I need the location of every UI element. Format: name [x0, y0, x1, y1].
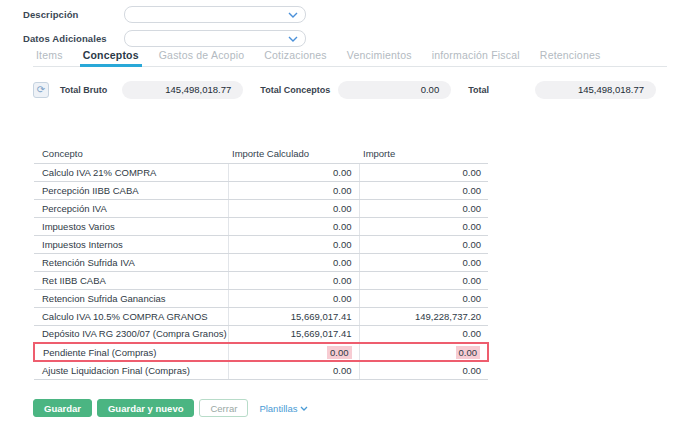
total-label: Total: [468, 85, 489, 95]
datos-adicionales-select[interactable]: [124, 30, 306, 47]
table-row: Retencion Sufrida Ganancias0.000.00: [34, 289, 488, 307]
concepto-value: Ajuste Liquidacion Final (Compras): [42, 365, 190, 376]
importe-calculado-cell[interactable]: 0.00: [228, 271, 359, 289]
concepto-value: Retención Sufrida IVA: [42, 257, 135, 268]
importe-calculado-cell[interactable]: 15,669,017.41: [228, 307, 359, 325]
importe-value: 0.00: [463, 221, 482, 232]
table-row: Calculo IVA 10.5% COMPRA GRANOS15,669,01…: [34, 307, 488, 325]
importe-cell[interactable]: 0.00: [359, 361, 488, 379]
concepto-value: Impuestos Varios: [42, 221, 115, 232]
concepto-value: Calculo IVA 21% COMPRA: [42, 167, 156, 178]
importe-cell[interactable]: 0.00: [359, 253, 488, 271]
importe-calculado-column-header: Importe Calculado: [228, 147, 359, 163]
importe-calculado-cell[interactable]: 0.00: [228, 361, 359, 379]
concepto-cell: Calculo IVA 21% COMPRA: [34, 163, 228, 181]
importe-cell[interactable]: 0.00: [359, 343, 488, 361]
importe-calculado-cell[interactable]: 0.00: [228, 199, 359, 217]
importe-calculado-value: 0.00: [333, 257, 352, 268]
importe-cell[interactable]: 149,228,737.20: [359, 307, 488, 325]
importe-cell[interactable]: 0.00: [359, 271, 488, 289]
importe-value: 0.00: [463, 328, 482, 339]
importe-calculado-cell[interactable]: 0.00: [228, 343, 359, 361]
descripcion-select[interactable]: [124, 6, 306, 23]
table-row: Ajuste Liquidacion Final (Compras)0.000.…: [34, 361, 488, 379]
concepto-cell: Calculo IVA 10.5% COMPRA GRANOS: [34, 307, 228, 325]
importe-value: 0.00: [463, 365, 482, 376]
concepto-value: Retencion Sufrida Ganancias: [42, 293, 166, 304]
importe-calculado-value: 0.00: [333, 203, 352, 214]
concepto-value: Ret IIBB CABA: [42, 275, 106, 286]
tab-vencimientos[interactable]: Vencimientos: [344, 48, 415, 66]
concepto-cell: Impuestos Varios: [34, 217, 228, 235]
importe-calculado-cell[interactable]: 0.00: [228, 181, 359, 199]
form-row-descripcion: Descripción: [23, 6, 306, 23]
guardar-y-nuevo-button[interactable]: Guardar y nuevo: [97, 399, 195, 417]
importe-cell[interactable]: 0.00: [359, 289, 488, 307]
importe-calculado-value: 0.00: [327, 346, 352, 359]
importe-calculado-value: 0.00: [333, 167, 352, 178]
concepto-value: Percepción IVA: [42, 203, 107, 214]
tab-cotizaciones[interactable]: Cotizaciones: [261, 48, 330, 66]
concepto-value: Depósito IVA RG 2300/07 (Compra Granos): [42, 328, 227, 339]
total-value: 145,498,018.77: [535, 81, 656, 99]
guardar-button[interactable]: Guardar: [33, 399, 92, 417]
importe-cell[interactable]: 0.00: [359, 235, 488, 253]
importe-value: 0.00: [463, 275, 482, 286]
importe-cell[interactable]: 0.00: [359, 217, 488, 235]
concepto-cell: Pendiente Final (Compras): [34, 343, 228, 361]
chevron-down-icon: [300, 406, 308, 411]
tab-información-fiscal[interactable]: información Fiscal: [429, 48, 523, 66]
table-row: Pendiente Final (Compras)0.000.00: [34, 343, 488, 361]
tab-items[interactable]: Items: [33, 48, 66, 66]
tab-conceptos[interactable]: Conceptos: [80, 48, 142, 67]
importe-value: 0.00: [463, 167, 482, 178]
importe-value: 0.00: [463, 257, 482, 268]
table-row: Depósito IVA RG 2300/07 (Compra Granos)1…: [34, 325, 488, 343]
descripcion-label: Descripción: [23, 9, 124, 20]
importe-calculado-value: 0.00: [333, 365, 352, 376]
concepto-value: Percepción IIBB CABA: [42, 185, 139, 196]
chevron-down-icon: [288, 12, 298, 18]
tab-gastos-de-acopio[interactable]: Gastos de Acopio: [156, 48, 248, 66]
total-bruto-value: 145,498,018.77: [122, 81, 243, 99]
importe-calculado-cell[interactable]: 0.00: [228, 217, 359, 235]
table-row: Percepción IIBB CABA0.000.00: [34, 181, 488, 199]
importe-calculado-cell[interactable]: 0.00: [228, 235, 359, 253]
importe-calculado-value: 0.00: [333, 293, 352, 304]
importe-calculado-cell[interactable]: 0.00: [228, 289, 359, 307]
datos-adicionales-label: Datos Adicionales: [23, 33, 124, 44]
importe-cell[interactable]: 0.00: [359, 325, 488, 343]
total-bruto-label: Total Bruto: [60, 85, 107, 95]
importe-cell[interactable]: 0.00: [359, 199, 488, 217]
table-row: Calculo IVA 21% COMPRA0.000.00: [34, 163, 488, 181]
concepto-cell: Retencion Sufrida Ganancias: [34, 289, 228, 307]
cerrar-button[interactable]: Cerrar: [199, 399, 248, 417]
importe-calculado-cell[interactable]: 15,669,017.41: [228, 325, 359, 343]
chevron-down-icon: [288, 36, 298, 42]
importe-column-header: Importe: [359, 147, 488, 163]
table-row: Ret IIBB CABA0.000.00: [34, 271, 488, 289]
concepto-cell: Depósito IVA RG 2300/07 (Compra Granos): [34, 325, 228, 343]
table-row: Impuestos Internos0.000.00: [34, 235, 488, 253]
importe-calculado-cell[interactable]: 0.00: [228, 163, 359, 181]
concepto-cell: Impuestos Internos: [34, 235, 228, 253]
table-header-row: Concepto Importe Calculado Importe: [34, 147, 488, 163]
concepts-table-body: Calculo IVA 21% COMPRA0.000.00Percepción…: [34, 163, 488, 379]
importe-calculado-cell[interactable]: 0.00: [228, 253, 359, 271]
importe-value: 149,228,737.20: [415, 311, 481, 322]
importe-value: 0.00: [456, 346, 481, 359]
table-row: Percepción IVA0.000.00: [34, 199, 488, 217]
tab-bar: ItemsConceptosGastos de AcopioCotizacion…: [33, 48, 667, 67]
importe-value: 0.00: [463, 185, 482, 196]
importe-cell[interactable]: 0.00: [359, 163, 488, 181]
tab-retenciones[interactable]: Retenciones: [537, 48, 604, 66]
importe-calculado-value: 15,669,017.41: [291, 311, 352, 322]
importe-cell[interactable]: 0.00: [359, 181, 488, 199]
plantillas-link[interactable]: Plantillas: [259, 403, 308, 414]
table-row: Impuestos Varios0.000.00: [34, 217, 488, 235]
importe-calculado-value: 0.00: [333, 275, 352, 286]
total-conceptos-value: 0.00: [338, 81, 451, 99]
importe-calculado-value: 15,669,017.41: [291, 328, 352, 339]
footer-actions: GuardarGuardar y nuevoCerrar Plantillas: [33, 399, 308, 417]
refresh-icon[interactable]: ⟳: [33, 82, 49, 98]
